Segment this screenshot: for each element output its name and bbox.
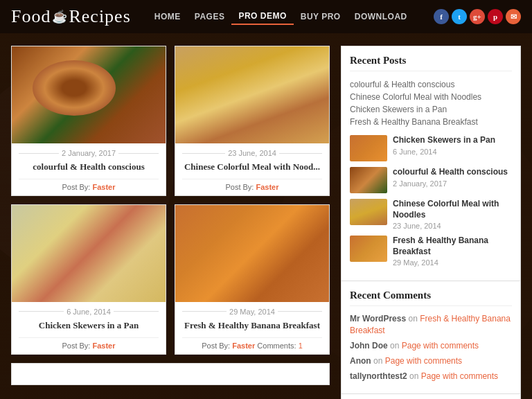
post-title[interactable]: colourful & Health conscious (19, 161, 159, 173)
comment-on: on (373, 356, 382, 366)
recent-comments-title: Recent Comments (350, 290, 512, 306)
thumb-info: Fresh & Healthy Banana Breakfast29 May, … (393, 236, 512, 267)
thumb-image[interactable] (350, 135, 387, 161)
post-body: 29 May, 2014Fresh & Healthy Banana Break… (175, 302, 329, 354)
thumb-image[interactable] (350, 236, 387, 262)
main-nav: HOMEPAGESPRO DEMOBUY PRODOWNLOAD (148, 8, 434, 25)
thumb-info: Chinese Colorful Meal with Noodles23 Jun… (393, 199, 512, 230)
recent-post-link[interactable]: Fresh & Healthy Banana Breakfast (350, 116, 512, 128)
post-card: 29 May, 2014Fresh & Healthy Banana Break… (175, 204, 330, 355)
comment-link[interactable]: Page with comments (385, 356, 462, 366)
site-header: Food ☕ Recipes HOMEPAGESPRO DEMOBUY PROD… (0, 0, 532, 33)
comment-author: tallynorthtest2 (350, 371, 407, 381)
post-card: 2 January, 2017colourful & Health consci… (11, 46, 166, 196)
comment-author: Anon (350, 356, 371, 366)
post-comments-count: 1 (299, 342, 303, 350)
thumb-date: 29 May, 2014 (393, 258, 512, 267)
comment-item: Mr WordPress on Fresh & Healthy Banana B… (350, 313, 512, 337)
post-title[interactable]: Chinese Colorful Meal with Nood... (182, 161, 322, 173)
post-date: 29 May, 2014 (182, 308, 322, 316)
comment-on: on (409, 371, 418, 381)
comment-author: Mr WordPress (350, 314, 406, 323)
post-date: 23 June, 2014 (182, 149, 322, 157)
thumb-date: 6 June, 2014 (393, 148, 512, 156)
recent-post-thumb: Chicken Skewers in a Pan6 June, 2014 (350, 135, 512, 161)
comment-item: Anon on Page with comments (350, 355, 512, 367)
post-date: 6 June, 2014 (19, 308, 159, 316)
post-title[interactable]: Chicken Skewers in a Pan (19, 320, 159, 332)
post-body: 2 January, 2017colourful & Health consci… (12, 143, 166, 195)
thumb-title[interactable]: Chinese Colorful Meal with Noodles (393, 199, 512, 220)
nav-item-home[interactable]: HOME (148, 9, 188, 24)
comment-link[interactable]: Page with comments (421, 371, 498, 381)
post-body: 23 June, 2014Chinese Colorful Meal with … (175, 143, 329, 195)
thumb-image[interactable] (350, 167, 387, 193)
recent-post-thumb: Fresh & Healthy Banana Breakfast29 May, … (350, 236, 512, 267)
thumb-date: 23 June, 2014 (393, 222, 512, 230)
archives-widget: Archives January 2017June 2014May 2014 (341, 394, 521, 399)
comment-link[interactable]: Page with comments (402, 341, 479, 351)
post-image[interactable] (12, 46, 166, 143)
recent-post-link[interactable]: Chinese Colorful Meal with Noodles (350, 91, 512, 103)
site-logo[interactable]: Food ☕ Recipes (11, 6, 131, 27)
logo-food: Food (11, 6, 51, 27)
post-body: 6 June, 2014Chicken Skewers in a PanPost… (12, 302, 166, 354)
post-footer: Post By: Faster (19, 337, 159, 350)
post-title[interactable]: Fresh & Healthy Banana Breakfast (182, 320, 322, 332)
post-author[interactable]: Faster (232, 342, 255, 350)
post-author[interactable]: Faster (93, 183, 116, 191)
recent-post-link[interactable]: Chicken Skewers in a Pan (350, 103, 512, 116)
twitter-icon[interactable]: t (452, 9, 467, 24)
thumb-title[interactable]: Fresh & Healthy Banana Breakfast (393, 236, 512, 257)
post-image[interactable] (175, 205, 329, 302)
main-bg-area: 2 January, 2017colourful & Health consci… (0, 33, 532, 399)
post-footer: Post By: Faster Comments: 1 (182, 337, 322, 350)
logo-cup-icon: ☕ (52, 9, 67, 24)
email-icon[interactable]: ✉ (506, 9, 521, 24)
thumb-info: Chicken Skewers in a Pan6 June, 2014 (393, 135, 512, 156)
comment-on: on (390, 341, 399, 351)
post-card: 6 June, 2014Chicken Skewers in a PanPost… (11, 204, 166, 355)
comments-list: Mr WordPress on Fresh & Healthy Banana B… (350, 313, 512, 382)
comment-on: on (408, 314, 417, 323)
nav-item-buy-pro[interactable]: BUY PRO (294, 9, 348, 24)
recent-posts-thumbs: Chicken Skewers in a Pan6 June, 2014colo… (350, 135, 512, 267)
google-plus-icon[interactable]: g+ (470, 9, 485, 24)
thumb-title[interactable]: colourful & Health conscious (393, 167, 512, 178)
nav-item-pages[interactable]: PAGES (188, 9, 232, 24)
comment-author: John Doe (350, 341, 388, 351)
post-image[interactable] (175, 46, 329, 143)
thumb-image[interactable] (350, 199, 387, 225)
nav-item-download[interactable]: DOWNLOAD (348, 9, 414, 24)
logo-recipes: Recipes (69, 6, 130, 27)
thumb-title[interactable]: Chicken Skewers in a Pan (393, 135, 512, 146)
pinterest-icon[interactable]: p (488, 9, 503, 24)
main-content: 2 January, 2017colourful & Health consci… (11, 46, 330, 399)
comment-item: tallynorthtest2 on Page with comments (350, 371, 512, 382)
pagination-bar[interactable] (11, 363, 330, 385)
thumb-date: 2 January, 2017 (393, 179, 512, 188)
content-row: 2 January, 2017colourful & Health consci… (11, 46, 521, 399)
social-icons-bar: ftg+p✉ (434, 9, 521, 24)
post-author[interactable]: Faster (256, 183, 279, 191)
post-footer: Post By: Faster (182, 179, 322, 191)
sidebar: Recent Posts colourful & Health consciou… (341, 46, 521, 399)
recent-post-link[interactable]: colourful & Health conscious (350, 78, 512, 91)
post-date: 2 January, 2017 (19, 149, 159, 157)
post-footer: Post By: Faster (19, 179, 159, 191)
post-image[interactable] (12, 205, 166, 302)
facebook-icon[interactable]: f (434, 9, 449, 24)
thumb-info: colourful & Health conscious2 January, 2… (393, 167, 512, 188)
posts-grid: 2 January, 2017colourful & Health consci… (11, 46, 330, 355)
recent-posts-link-list: colourful & Health consciousChinese Colo… (350, 78, 512, 128)
comment-item: John Doe on Page with comments (350, 340, 512, 352)
recent-post-thumb: colourful & Health conscious2 January, 2… (350, 167, 512, 193)
post-card: 23 June, 2014Chinese Colorful Meal with … (175, 46, 330, 196)
post-author[interactable]: Faster (93, 342, 116, 350)
recent-comments-widget: Recent Comments Mr WordPress on Fresh & … (341, 281, 521, 394)
nav-item-pro-demo[interactable]: PRO DEMO (231, 8, 293, 25)
recent-post-thumb: Chinese Colorful Meal with Noodles23 Jun… (350, 199, 512, 230)
recent-posts-widget: Recent Posts colourful & Health consciou… (341, 46, 521, 281)
recent-posts-title: Recent Posts (350, 55, 512, 71)
